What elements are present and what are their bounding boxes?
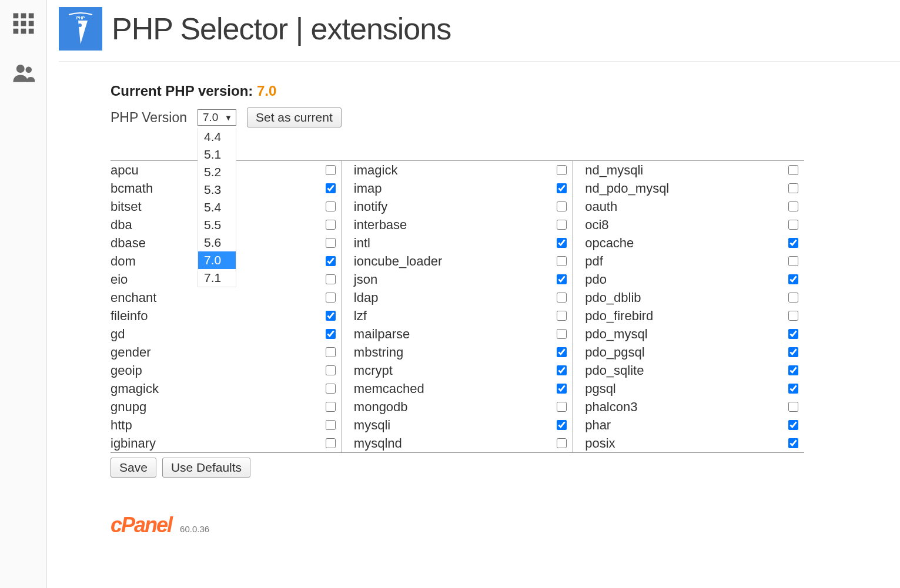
extension-label: pdo_sqlite: [585, 363, 644, 378]
svg-rect-5: [28, 21, 34, 26]
extension-row: posix: [585, 434, 798, 452]
extension-checkbox[interactable]: [557, 438, 567, 448]
php-version-option[interactable]: 7.0: [198, 251, 236, 269]
php-version-select-display[interactable]: 7.0 ▼: [198, 109, 236, 126]
use-defaults-button[interactable]: Use Defaults: [162, 458, 250, 478]
extension-checkbox[interactable]: [788, 238, 798, 248]
extension-checkbox[interactable]: [326, 347, 336, 357]
extension-checkbox[interactable]: [557, 183, 567, 193]
extension-label: imap: [354, 181, 382, 196]
extension-checkbox[interactable]: [557, 329, 567, 339]
apps-grid-icon[interactable]: [11, 11, 36, 36]
extension-checkbox[interactable]: [788, 438, 798, 448]
extension-row: geoip: [111, 361, 336, 379]
extension-row: pdf: [585, 252, 798, 270]
set-as-current-button[interactable]: Set as current: [247, 107, 342, 127]
extension-checkbox[interactable]: [326, 384, 336, 394]
extension-checkbox[interactable]: [326, 365, 336, 375]
extension-checkbox[interactable]: [557, 165, 567, 175]
extension-checkbox[interactable]: [788, 256, 798, 266]
php-version-option[interactable]: 5.1: [198, 146, 236, 163]
svg-rect-4: [21, 21, 26, 26]
extension-row: http: [111, 416, 336, 434]
extension-checkbox[interactable]: [557, 311, 567, 321]
action-buttons: Save Use Defaults: [111, 458, 870, 478]
extension-checkbox[interactable]: [326, 329, 336, 339]
extension-checkbox[interactable]: [788, 220, 798, 230]
extension-checkbox[interactable]: [557, 220, 567, 230]
extension-checkbox[interactable]: [557, 420, 567, 430]
extension-checkbox[interactable]: [788, 183, 798, 193]
current-version-value: 7.0: [257, 83, 276, 99]
extension-label: dba: [111, 217, 132, 233]
extension-checkbox[interactable]: [326, 293, 336, 303]
extension-label: pdo_firebird: [585, 308, 653, 324]
extension-checkbox[interactable]: [788, 165, 798, 175]
extension-checkbox[interactable]: [788, 311, 798, 321]
extension-checkbox[interactable]: [326, 311, 336, 321]
extension-row: mailparse: [354, 325, 567, 343]
extension-checkbox[interactable]: [326, 238, 336, 248]
extension-checkbox[interactable]: [557, 384, 567, 394]
extension-label: pgsql: [585, 381, 616, 397]
extension-checkbox[interactable]: [557, 238, 567, 248]
extension-checkbox[interactable]: [326, 274, 336, 284]
php-version-option[interactable]: 5.5: [198, 216, 236, 234]
save-button[interactable]: Save: [111, 458, 156, 478]
extension-checkbox[interactable]: [557, 402, 567, 412]
php-version-option[interactable]: 5.6: [198, 234, 236, 251]
extension-checkbox[interactable]: [788, 420, 798, 430]
extension-checkbox[interactable]: [557, 274, 567, 284]
extension-label: mysqli: [354, 418, 390, 433]
extension-checkbox[interactable]: [557, 256, 567, 266]
extension-checkbox[interactable]: [326, 420, 336, 430]
extension-row: phalcon3: [585, 398, 798, 416]
php-version-option[interactable]: 5.3: [198, 181, 236, 199]
svg-point-10: [25, 67, 32, 73]
extension-checkbox[interactable]: [326, 438, 336, 448]
extension-checkbox[interactable]: [557, 201, 567, 211]
extension-label: geoip: [111, 363, 142, 378]
current-php-version: Current PHP version: 7.0: [111, 83, 870, 99]
svg-rect-1: [21, 14, 26, 19]
extension-label: fileinfo: [111, 308, 148, 324]
extension-row: pdo_firebird: [585, 307, 798, 325]
extension-row: mongodb: [354, 398, 567, 416]
extension-label: eio: [111, 272, 128, 287]
extension-checkbox[interactable]: [326, 220, 336, 230]
php-version-select[interactable]: 7.0 ▼ 4.45.15.25.35.45.55.67.07.1: [198, 109, 236, 126]
extension-checkbox[interactable]: [326, 165, 336, 175]
extension-checkbox[interactable]: [788, 384, 798, 394]
extension-label: lzf: [354, 308, 367, 324]
php-version-option[interactable]: 4.4: [198, 128, 236, 146]
extension-row: pdo_dblib: [585, 288, 798, 307]
extension-row: pgsql: [585, 379, 798, 398]
icon-sidebar: [0, 0, 47, 588]
php-version-option[interactable]: 5.2: [198, 163, 236, 181]
extension-checkbox[interactable]: [788, 365, 798, 375]
extension-checkbox[interactable]: [788, 402, 798, 412]
extension-checkbox[interactable]: [788, 329, 798, 339]
extension-checkbox[interactable]: [326, 183, 336, 193]
extension-checkbox[interactable]: [557, 347, 567, 357]
extension-label: dom: [111, 254, 136, 269]
extension-checkbox[interactable]: [326, 402, 336, 412]
php-version-option[interactable]: 7.1: [198, 269, 236, 287]
extension-row: pdo_mysql: [585, 325, 798, 343]
extension-checkbox[interactable]: [557, 365, 567, 375]
extension-label: imagick: [354, 163, 398, 178]
extension-checkbox[interactable]: [326, 256, 336, 266]
extension-checkbox[interactable]: [557, 293, 567, 303]
extension-label: enchant: [111, 290, 156, 305]
extension-label: nd_mysqli: [585, 163, 643, 178]
extension-checkbox[interactable]: [788, 274, 798, 284]
extension-checkbox[interactable]: [788, 201, 798, 211]
chevron-down-icon: ▼: [225, 113, 232, 122]
extension-label: mbstring: [354, 345, 403, 360]
extension-checkbox[interactable]: [788, 347, 798, 357]
php-version-option[interactable]: 5.4: [198, 199, 236, 216]
extension-checkbox[interactable]: [326, 201, 336, 211]
extension-checkbox[interactable]: [788, 293, 798, 303]
users-icon[interactable]: [11, 60, 36, 86]
extension-row: interbase: [354, 216, 567, 234]
